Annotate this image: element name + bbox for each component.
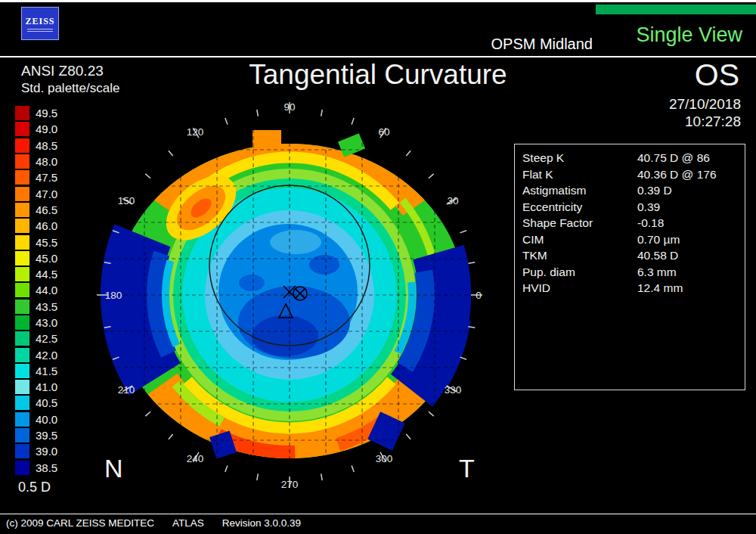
stat-value: 40.36 D @ 176 (637, 166, 717, 183)
temporal-label: T (459, 454, 475, 483)
scale-value: 46.5 (36, 203, 57, 216)
footer-divider (0, 514, 756, 514)
map-title: Tangential Curvature (0, 59, 756, 91)
scale-swatch (15, 364, 29, 378)
scale-swatch (15, 251, 29, 265)
nasal-label: N (104, 454, 123, 483)
top-border-line (0, 0, 756, 2)
footer-product: ATLAS (172, 517, 204, 529)
stat-label: Astigmatism (522, 182, 637, 199)
angle-label-210: 210 (118, 384, 135, 396)
scale-value: 40.0 (36, 413, 57, 426)
stat-label: Steep K (522, 150, 637, 166)
scale-swatch (15, 396, 29, 410)
scale-row: 40.5 (15, 395, 57, 411)
angle-label-270: 270 (281, 479, 299, 490)
scale-row: 41.5 (15, 363, 57, 379)
scale-value: 39.0 (36, 445, 57, 458)
stat-label: HVID (522, 280, 637, 296)
stat-value: 12.4 mm (637, 280, 683, 296)
stat-label: Eccentricity (522, 199, 637, 216)
stat-row: Shape Factor-0.18 (522, 215, 737, 231)
stat-label: Pup. diam (522, 264, 637, 281)
stat-label: Flat K (522, 166, 637, 183)
map-grid (104, 109, 476, 481)
angle-label-330: 330 (445, 384, 462, 396)
scale-swatch (15, 235, 29, 250)
angle-label-0: 0 (476, 290, 482, 301)
scale-value: 48.0 (36, 155, 57, 168)
exam-time: 10:27:28 (669, 113, 741, 130)
scale-value: 38.5 (36, 461, 57, 474)
scale-swatch (15, 154, 29, 169)
scale-row: 47.0 (15, 185, 57, 201)
stat-value: 0.39 D (637, 182, 672, 199)
scale-row: 48.5 (15, 138, 57, 154)
scale-value: 43.0 (36, 316, 57, 329)
scale-row: 45.0 (15, 250, 57, 266)
angle-label-30: 30 (447, 195, 458, 206)
scale-row: 48.0 (15, 154, 57, 169)
scale-value: 41.0 (36, 380, 57, 393)
angle-label-300: 300 (376, 453, 393, 464)
header-accent-bar (596, 5, 756, 14)
corneal-map-svg (93, 98, 486, 492)
stat-value: 0.70 µm (637, 231, 680, 248)
scale-value: 44.0 (36, 284, 57, 296)
scale-value: 41.5 (36, 365, 57, 377)
scale-swatch (15, 461, 29, 475)
stat-row: HVID12.4 mm (522, 280, 737, 296)
scale-swatch (15, 300, 29, 314)
scale-value: 47.5 (36, 171, 57, 184)
stat-value: 6.3 mm (637, 264, 677, 281)
scale-row: 49.0 (15, 121, 57, 137)
stat-row: TKM40.58 D (522, 247, 737, 264)
color-scale: 49.5 49.0 48.5 48.0 47.5 47.0 46.5 46.0 … (15, 105, 57, 476)
scale-row: 40.0 (15, 411, 57, 427)
stat-label: CIM (522, 231, 637, 248)
scale-swatch (15, 348, 29, 362)
scale-swatch (15, 412, 29, 427)
scale-row: 46.5 (15, 202, 57, 218)
scale-swatch (15, 122, 29, 136)
scale-swatch (15, 187, 29, 201)
stat-row: Astigmatism0.39 D (522, 182, 737, 199)
scale-row: 39.5 (15, 427, 57, 443)
view-mode-label[interactable]: Single View (636, 23, 742, 47)
scale-swatch (15, 219, 29, 233)
stat-label: TKM (522, 247, 637, 264)
scale-swatch (15, 283, 29, 297)
stat-value: 0.39 (637, 199, 660, 216)
scale-value: 39.5 (36, 429, 57, 442)
stat-row: Eccentricity0.39 (522, 199, 737, 216)
exam-date: 27/10/2018 (669, 95, 741, 113)
stat-row: Steep K40.75 D @ 86 (522, 150, 737, 166)
scale-swatch (15, 380, 29, 394)
stat-row: Flat K40.36 D @ 176 (522, 166, 737, 183)
scale-swatch (15, 106, 29, 120)
scale-swatch (15, 428, 29, 442)
scale-swatch (15, 203, 29, 217)
scale-swatch (15, 267, 29, 281)
scale-row: 45.5 (15, 234, 57, 250)
zeiss-logo: ZEISS (21, 7, 59, 40)
scale-row: 46.0 (15, 218, 57, 234)
angle-label-90: 90 (284, 101, 295, 113)
exam-datetime: 27/10/2018 10:27:28 (669, 95, 741, 130)
scale-value: 42.5 (36, 332, 57, 345)
angle-label-150: 150 (118, 195, 135, 206)
scale-swatch (15, 315, 29, 330)
scale-row: 44.0 (15, 282, 57, 298)
footer-revision: Revision 3.0.0.39 (222, 517, 301, 529)
stat-row: CIM0.70 µm (522, 231, 737, 248)
scale-swatch (15, 331, 29, 346)
scale-row: 41.0 (15, 379, 57, 395)
scale-value: 42.0 (36, 349, 57, 362)
scale-value: 45.5 (36, 236, 57, 249)
practice-name: OPSM Midland (491, 36, 593, 53)
footer-text: (c) 2009 CARL ZEISS MEDITECATLASRevision… (6, 517, 319, 529)
stat-value: 40.75 D @ 86 (637, 150, 710, 166)
scale-swatch (15, 138, 29, 153)
scale-value: 43.5 (36, 300, 57, 313)
scale-value: 44.5 (36, 268, 57, 281)
